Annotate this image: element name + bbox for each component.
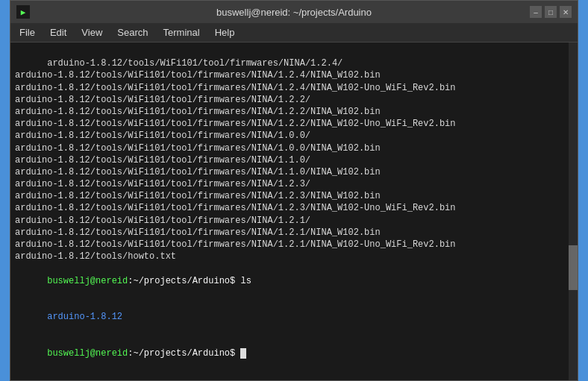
terminal-icon: ▶: [16, 5, 30, 19]
menu-help[interactable]: Help: [209, 25, 241, 40]
maximize-button[interactable]: □: [545, 6, 557, 18]
prompt2-user: buswellj@nereid: [47, 348, 128, 359]
window-controls: – □ ✕: [530, 6, 572, 18]
menu-edit[interactable]: Edit: [44, 25, 72, 40]
terminal-body[interactable]: arduino-1.8.12/tools/WiFi101/tool/firmwa…: [10, 42, 578, 380]
terminal-output: arduino-1.8.12/tools/WiFi101/tool/firmwa…: [15, 45, 573, 371]
minimize-button[interactable]: –: [530, 6, 542, 18]
menu-view[interactable]: View: [75, 25, 108, 40]
menu-search[interactable]: Search: [111, 25, 154, 40]
title-bar: ▶ buswellj@nereid: ~/projects/Arduino – …: [10, 1, 578, 23]
prompt1-user: buswellj@nereid: [47, 276, 128, 286]
prompt1-cmd: $ ls: [230, 276, 251, 286]
close-button[interactable]: ✕: [560, 6, 572, 18]
prompt2-path: :~/projects/Arduino: [128, 348, 230, 359]
menu-terminal[interactable]: Terminal: [157, 25, 206, 40]
window-title: buswellj@nereid: ~/projects/Arduino: [216, 7, 372, 18]
cursor: [240, 348, 246, 359]
scrollbar[interactable]: [569, 42, 578, 380]
menu-file[interactable]: File: [13, 25, 41, 40]
scrollbar-thumb[interactable]: [569, 245, 578, 290]
prompt1-path: :~/projects/Arduino: [128, 276, 230, 286]
ls-result: arduino-1.8.12: [47, 312, 122, 322]
menu-bar: File Edit View Search Terminal Help: [10, 23, 578, 42]
terminal-window: ▶ buswellj@nereid: ~/projects/Arduino – …: [10, 0, 578, 381]
prompt2-symbol: $: [230, 348, 235, 359]
